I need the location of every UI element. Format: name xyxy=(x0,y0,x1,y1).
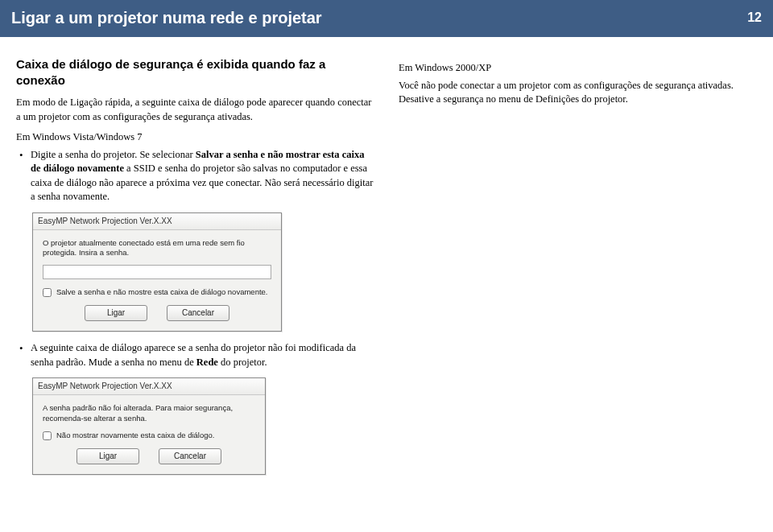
button-row: Ligar Cancelar xyxy=(43,305,271,321)
content-area: Caixa de diálogo de segurança é exibida … xyxy=(0,37,773,493)
dialog-titlebar: EasyMP Network Projection Ver.X.XX xyxy=(33,378,265,395)
connect-button[interactable]: Ligar xyxy=(85,305,147,321)
bullet-text: do projetor. xyxy=(218,357,267,368)
bullet-text: A seguinte caixa de diálogo aparece se a… xyxy=(31,342,356,368)
bullet-text: Digite a senha do projetor. Se seleciona… xyxy=(31,149,196,160)
section-heading: Caixa de diálogo de segurança é exibida … xyxy=(16,56,374,88)
right-paragraph: Você não pode conectar a um projetor com… xyxy=(399,79,757,107)
bullet-bold: Rede xyxy=(196,357,218,368)
button-row: Ligar Cancelar xyxy=(43,448,255,464)
dont-show-checkbox-label[interactable]: Não mostrar novamente esta caixa de diál… xyxy=(43,431,255,440)
checkbox-label: Não mostrar novamente esta caixa de diál… xyxy=(56,431,214,440)
dont-show-checkbox-row: Não mostrar novamente esta caixa de diál… xyxy=(43,431,255,440)
os-subhead-xp: Em Windows 2000/XP xyxy=(399,61,757,76)
list-item: Digite a senha do projetor. Se seleciona… xyxy=(19,148,374,204)
page-header: Ligar a um projetor numa rede e projetar… xyxy=(0,0,773,37)
intro-paragraph: Em modo de Ligação rápida, a seguinte ca… xyxy=(16,96,374,124)
dialog-password: EasyMP Network Projection Ver.X.XX O pro… xyxy=(32,212,282,332)
page-number: 12 xyxy=(747,9,762,27)
page-title: Ligar a um projetor numa rede e projetar xyxy=(11,6,322,29)
bullet-list-1: Digite a senha do projetor. Se seleciona… xyxy=(16,148,374,204)
dont-show-checkbox[interactable] xyxy=(43,431,52,440)
left-column: Caixa de diálogo de segurança é exibida … xyxy=(16,56,374,485)
cancel-button[interactable]: Cancelar xyxy=(167,305,229,321)
right-column: Em Windows 2000/XP Você não pode conecta… xyxy=(399,56,757,485)
password-input[interactable] xyxy=(43,265,271,279)
dialog-message: A senha padrão não foi alterada. Para ma… xyxy=(43,403,255,424)
checkbox-label: Salve a senha e não mostre esta caixa de… xyxy=(56,287,267,297)
connect-button[interactable]: Ligar xyxy=(76,448,139,464)
dialog-body: A senha padrão não foi alterada. Para ma… xyxy=(33,395,265,474)
os-subhead-vista: Em Windows Vista/Windows 7 xyxy=(16,130,374,145)
dialog-default-password-warning: EasyMP Network Projection Ver.X.XX A sen… xyxy=(32,377,266,475)
bullet-list-2: A seguinte caixa de diálogo aparece se a… xyxy=(16,341,374,369)
cancel-button[interactable]: Cancelar xyxy=(159,448,221,464)
dialog-body: O projetor atualmente conectado está em … xyxy=(33,230,281,332)
save-password-checkbox-row[interactable]: Salve a senha e não mostre esta caixa de… xyxy=(43,287,271,297)
dialog-message: O projetor atualmente conectado está em … xyxy=(43,238,271,259)
list-item: A seguinte caixa de diálogo aparece se a… xyxy=(19,341,374,369)
save-password-checkbox[interactable] xyxy=(43,288,52,297)
dialog-titlebar: EasyMP Network Projection Ver.X.XX xyxy=(33,213,281,230)
